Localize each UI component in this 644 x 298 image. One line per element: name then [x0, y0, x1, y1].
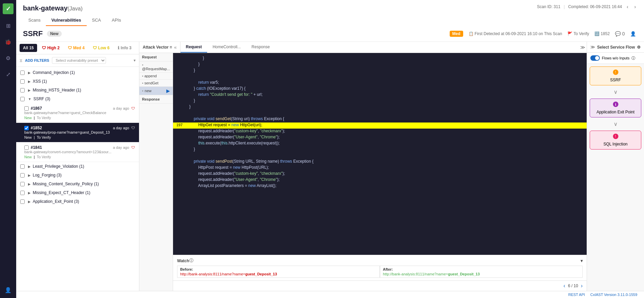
new-badge: New: [47, 31, 62, 37]
expand-arrow-icon: ▶: [28, 165, 31, 168]
nav-prev-button[interactable]: ‹: [625, 3, 630, 11]
user-avatar-button[interactable]: 👤: [629, 30, 637, 38]
vuln-group-checkbox[interactable]: [20, 173, 25, 178]
exit-label: Application Exit Point: [593, 110, 638, 114]
flow-connector-2: ∨: [614, 121, 618, 127]
vuln-item-1867[interactable]: #1867 a day ago 🛡 bank-gateway/name?name…: [16, 103, 139, 123]
vuln-item-checkbox[interactable]: [24, 145, 29, 150]
attack-node-requestmap[interactable]: • @RequestMap...: [139, 61, 173, 73]
nav-next-button[interactable]: ›: [633, 3, 637, 11]
left-panel: All 15 🛡 High 2 🛡 Med 4 🛡 Low 6 ℹ Info 3: [16, 42, 139, 291]
flows-toggle-switch[interactable]: [590, 55, 600, 61]
vuln-id-1841: #1841: [31, 145, 42, 150]
code-line: return "Couldn't send get for: " + url;: [173, 92, 587, 98]
before-label: Before:: [180, 267, 377, 271]
code-panel[interactable]: } } }: [173, 53, 587, 255]
vuln-item-1841[interactable]: #1841 a day ago 🛡 bank-gateway/convert-c…: [16, 142, 139, 162]
comment-button[interactable]: 💬 0: [614, 30, 626, 38]
tab-apis[interactable]: APIs: [106, 15, 126, 26]
settings-icon[interactable]: ⚙: [637, 45, 641, 50]
sidebar-icon-routes[interactable]: ⤢: [3, 70, 13, 79]
sidebar-icon-bug[interactable]: 🐞: [3, 37, 13, 47]
tab-vulnerabilities[interactable]: Vulnerabilities: [46, 15, 86, 26]
before-block: Before: http://bank-analysis:8111/name?n…: [177, 266, 380, 278]
attack-node-sendget[interactable]: • sendGet: [139, 80, 173, 87]
tab-scans[interactable]: Scans: [23, 15, 46, 26]
attack-node-append[interactable]: • append: [139, 73, 173, 80]
flow-node-exit[interactable]: ℹ Application Exit Point: [590, 99, 641, 117]
vuln-group-checkbox[interactable]: [20, 191, 25, 195]
title-row: bank-gateway(Java) Scan ID: 311 | Comple…: [23, 3, 637, 13]
code-line: }: [173, 68, 587, 74]
service-flow-title: Select Service Flow: [597, 45, 635, 50]
vuln-group-content-security[interactable]: ▶ Missing_Content_Security_Policy (1): [16, 180, 139, 188]
code-line: request.addHeader("custom-key", "checkma…: [173, 171, 587, 177]
page-next-button[interactable]: ›: [581, 283, 583, 289]
code-line: } catch (IOException var17) {: [173, 86, 587, 92]
flow-node-sql[interactable]: ! SQL Injection: [590, 131, 641, 150]
vuln-group-checkbox[interactable]: [20, 88, 25, 92]
filter-controls: ⧖ ADD FILTERS Select vulnerability prese…: [16, 54, 139, 67]
add-filters-button[interactable]: ADD FILTERS: [25, 58, 49, 62]
tab-request[interactable]: Request: [180, 42, 207, 53]
vuln-group-checkbox[interactable]: [20, 182, 25, 186]
vuln-group-xss[interactable]: ▶ XSS (1): [16, 77, 139, 86]
collapse-arrows-icon[interactable]: «: [174, 45, 177, 50]
code-line: }: [173, 62, 587, 68]
rest-api-link[interactable]: REST API: [568, 293, 585, 297]
sidebar-icon-dashboard[interactable]: ⊞: [3, 21, 13, 30]
flow-connector-1: ∨: [614, 89, 618, 95]
vuln-group-app-exit[interactable]: ▶ Application_Exit_Point (3): [16, 197, 139, 206]
sev-tab-high[interactable]: 🛡 High 2: [38, 44, 63, 52]
watch-expand-icon[interactable]: ▾: [581, 259, 583, 263]
flow-tabs: Request HomeControll... Response: [180, 42, 579, 53]
sql-label: SQL Injection: [593, 142, 638, 146]
vuln-group-hsts[interactable]: ▶ Missing_HSTS_Header (1): [16, 86, 139, 94]
vuln-id: 🔢 1852: [594, 31, 610, 36]
vuln-group-checkbox[interactable]: [20, 71, 25, 75]
sidebar-icon-settings[interactable]: ⚙: [3, 53, 13, 63]
request-label: Request: [139, 53, 173, 61]
preset-select[interactable]: Select vulnerability preset: [52, 57, 106, 64]
code-line: return var5;: [173, 80, 587, 86]
preset-dropdown-arrow[interactable]: ▾: [134, 58, 136, 63]
vuln-group-checkbox[interactable]: [20, 79, 25, 84]
vuln-group-ssrf[interactable]: ▼ SSRF (3): [16, 94, 139, 103]
ssrf-label: SSRF: [593, 78, 638, 82]
vuln-item-checkbox[interactable]: [24, 106, 29, 111]
vuln-group-command-injection[interactable]: ▶ Command_Injection (1): [16, 68, 139, 77]
sev-tab-all[interactable]: All 15: [20, 44, 37, 52]
code-line: ArrayList postParameters = new ArrayList…: [173, 183, 587, 189]
flow-node-ssrf[interactable]: ! SSRF: [590, 66, 641, 85]
tab-homecontroller[interactable]: HomeControll...: [207, 42, 246, 53]
body-layout: All 15 🛡 High 2 🛡 Med 4 🛡 Low 6 ℹ Info 3: [16, 42, 644, 291]
code-line: [173, 110, 587, 116]
version-link[interactable]: CxIAST Version 3.11.0-1559: [590, 293, 637, 297]
expand-icon[interactable]: ≫: [590, 45, 595, 50]
expand-arrow-icon: ▶: [28, 71, 31, 75]
vuln-group-log-forging[interactable]: ▶ Log_Forging (3): [16, 171, 139, 180]
sev-tab-info[interactable]: ℹ Info 3: [114, 44, 135, 52]
attack-node-new[interactable]: • new ▶: [139, 87, 173, 95]
before-value: http://bank-analysis:8111/name?name=gues…: [180, 272, 377, 276]
tab-response[interactable]: Response: [246, 42, 275, 53]
sev-tab-low[interactable]: 🛡 Low 6: [89, 44, 113, 52]
vuln-item-1852[interactable]: #1852 a day ago 🛡 bank-gateway/prop-name…: [16, 123, 139, 142]
vuln-time: a day ago: [113, 126, 129, 130]
sidebar-icon-user[interactable]: 👤: [3, 285, 13, 295]
vuln-title: SSRF: [23, 29, 43, 38]
vuln-group-checkbox[interactable]: [20, 97, 25, 101]
vuln-group-least-privilege[interactable]: ▶ Least_Privilege_Violation (1): [16, 162, 139, 171]
sev-tab-med[interactable]: 🛡 Med 4: [64, 44, 88, 52]
expand-icon[interactable]: ≫: [579, 42, 587, 53]
watch-panel: Watch ⓘ ▾ Before: http://bank-analysis:8…: [173, 255, 587, 280]
vuln-time: a day ago: [113, 106, 129, 110]
vuln-group-checkbox[interactable]: [20, 199, 25, 204]
severity-indicator: 🛡: [131, 145, 135, 150]
tab-sca[interactable]: SCA: [87, 15, 107, 26]
vuln-group-checkbox[interactable]: [20, 164, 25, 169]
vuln-item-checkbox[interactable]: [24, 126, 29, 130]
logo[interactable]: ✓: [3, 3, 13, 14]
page-prev-button[interactable]: ‹: [563, 283, 565, 289]
vuln-group-expect-ct[interactable]: ▶ Missing_Expect_CT_Header (1): [16, 188, 139, 197]
